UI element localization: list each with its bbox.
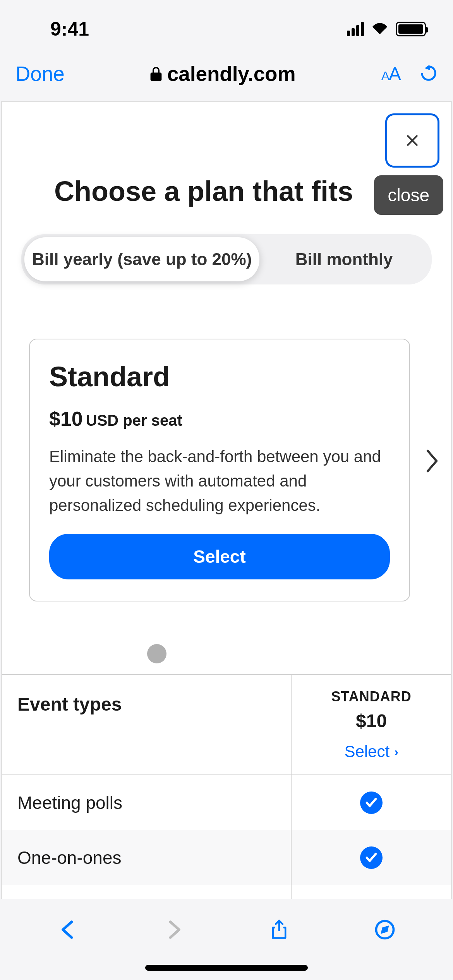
battery-icon — [396, 22, 426, 36]
status-bar: 9:41 — [0, 0, 453, 54]
plan-price-amount: $10 — [49, 407, 83, 430]
share-button[interactable] — [268, 918, 291, 941]
status-time: 9:41 — [50, 18, 89, 40]
chevron-right-icon — [425, 449, 439, 473]
carousel-indicator — [147, 644, 166, 663]
plan-description: Eliminate the back-and-forth between you… — [49, 444, 390, 517]
feature-table: Event types STANDARD $10 Select › Meetin… — [2, 674, 451, 902]
back-button[interactable] — [57, 918, 80, 941]
done-button[interactable]: Done — [15, 62, 65, 86]
table-row: One-on-ones — [2, 830, 451, 885]
plan-carousel: Standard $10 USD per seat Eliminate the … — [2, 284, 451, 601]
feature-included — [292, 830, 451, 885]
table-plan-price: $10 — [356, 710, 387, 732]
wifi-icon — [371, 21, 389, 37]
home-indicator — [145, 965, 308, 971]
carousel-next-button[interactable] — [425, 449, 439, 478]
chevron-right-icon: › — [394, 745, 398, 759]
lock-icon — [150, 62, 162, 86]
table-select-button[interactable]: Select › — [344, 742, 398, 761]
toggle-monthly[interactable]: Bill monthly — [259, 237, 429, 281]
text-size-button[interactable]: AA — [381, 63, 400, 84]
close-tooltip: close — [374, 175, 443, 215]
check-icon — [360, 846, 383, 869]
refresh-button[interactable] — [420, 64, 438, 84]
select-plan-button[interactable]: Select — [49, 534, 390, 579]
share-icon — [269, 919, 290, 940]
chevron-left-icon — [58, 919, 79, 940]
chevron-right-icon — [163, 919, 184, 940]
signal-icon — [347, 22, 364, 36]
page-content: close Choose a plan that fits Bill yearl… — [1, 101, 452, 902]
toggle-yearly[interactable]: Bill yearly (save up to 20%) — [24, 237, 259, 281]
plan-name: Standard — [49, 361, 390, 392]
billing-toggle: Bill yearly (save up to 20%) Bill monthl… — [21, 234, 432, 284]
status-icons — [347, 21, 426, 37]
plan-price: $10 USD per seat — [49, 407, 390, 430]
table-section-header: Event types — [2, 675, 292, 774]
feature-label: One-on-ones — [2, 830, 292, 885]
table-header-row: Event types STANDARD $10 Select › — [2, 675, 451, 775]
close-button[interactable] — [385, 113, 439, 168]
compass-icon — [374, 919, 395, 940]
feature-label: Meeting polls — [2, 775, 292, 830]
url-display[interactable]: calendly.com — [150, 62, 296, 86]
forward-button — [162, 918, 185, 941]
plan-price-unit: USD per seat — [86, 412, 182, 429]
check-icon — [360, 792, 383, 814]
close-icon — [405, 133, 420, 148]
feature-included — [292, 775, 451, 830]
table-row: Meeting polls — [2, 775, 451, 830]
safari-button[interactable] — [373, 918, 396, 941]
table-plan-header: STANDARD $10 Select › — [292, 675, 451, 774]
table-plan-name: STANDARD — [331, 689, 411, 705]
table-select-label: Select — [344, 742, 390, 761]
plan-card-standard: Standard $10 USD per seat Eliminate the … — [29, 339, 410, 601]
url-text: calendly.com — [167, 62, 296, 86]
browser-chrome: Done calendly.com AA — [0, 54, 453, 101]
